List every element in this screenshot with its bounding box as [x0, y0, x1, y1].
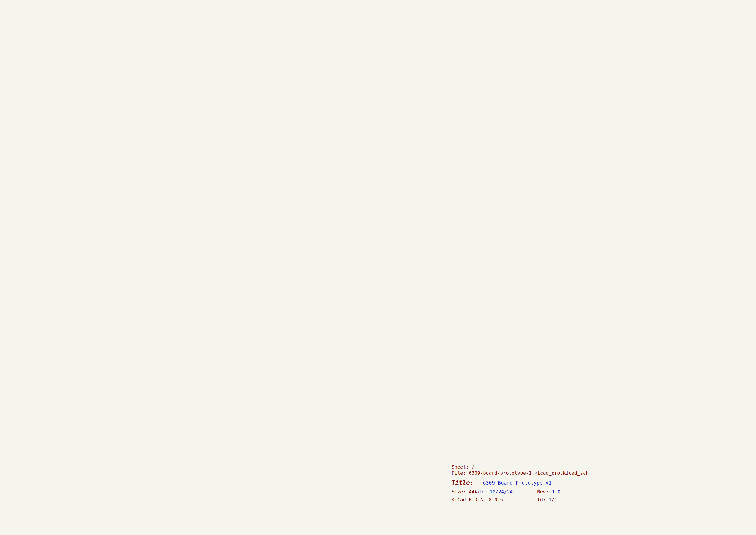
- titleblock-rev-value: 1.0: [552, 489, 560, 494]
- titleblock-size: Size: A4: [452, 489, 474, 494]
- schematic-canvas: Sheet: / File: 6309-board-prototype-1.ki…: [0, 0, 756, 535]
- titleblock-sheet: Sheet: /: [452, 464, 474, 470]
- titleblock-app: KiCad E.D.A. 8.0.6: [452, 497, 503, 502]
- titleblock-date-label: Date:: [473, 489, 487, 494]
- kicad-schematic-page: Sheet: / File: 6309-board-prototype-1.ki…: [0, 0, 756, 535]
- titleblock-date-value: 10/24/24: [490, 489, 513, 494]
- titleblock-rev-label: Rev:: [537, 489, 549, 494]
- titleblock-title-value: 6309 Board Prototype #1: [483, 480, 552, 486]
- title-block: Sheet: / File: 6309-board-prototype-1.ki…: [452, 464, 589, 502]
- titleblock-title-label: Title:: [452, 479, 473, 486]
- titleblock-id: Id: 1/1: [537, 497, 557, 502]
- titleblock-file: File: 6309-board-prototype-1.kicad_pro.k…: [452, 470, 589, 476]
